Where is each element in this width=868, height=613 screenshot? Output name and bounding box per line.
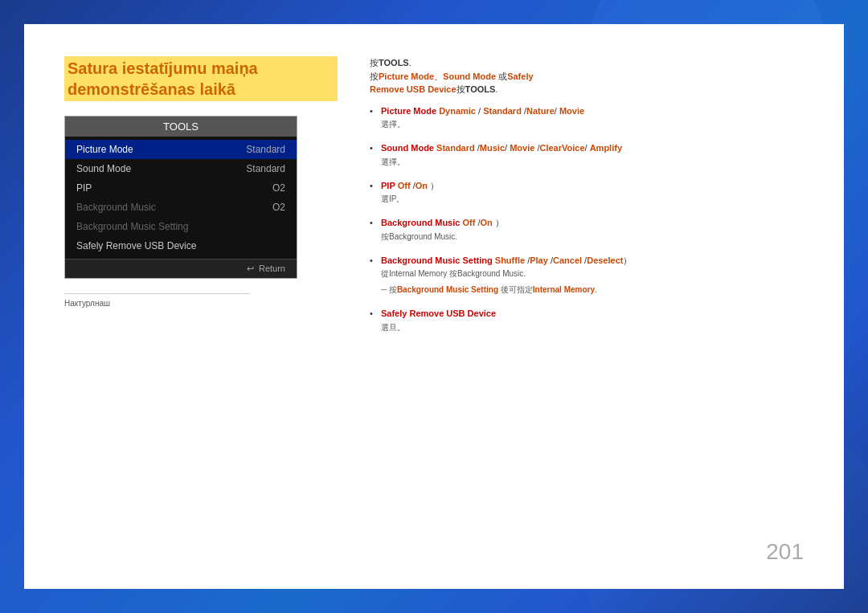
bullet-line2: 選旦。: [381, 321, 804, 333]
menu-item-bg-music[interactable]: Background Music O2: [65, 198, 297, 217]
bullet-safely-remove: Safely Remove USB Device 選旦。: [370, 307, 804, 333]
menu-item-value: Standard: [246, 144, 285, 155]
bullet-line2: 選擇。: [381, 118, 804, 130]
bullet-list-2: Safely Remove USB Device 選旦。: [370, 307, 804, 333]
bullet-line2: 從Internal Memory 按Background Music.: [381, 268, 804, 280]
menu-item-value: O2: [272, 202, 285, 213]
menu-item-value: O2: [272, 182, 285, 194]
bullet-line2: 按Background Music.: [381, 231, 804, 243]
page-number: 201: [766, 539, 804, 565]
bullet-sound-mode: Sound Mode Standard /Music/ Movie /Clear…: [370, 141, 804, 168]
menu-item-pip[interactable]: PIP O2: [65, 178, 297, 198]
sub-note: ─ 按Background Music Setting 後可指定Internal…: [370, 284, 804, 296]
intro-line3b: 按TOOLS.: [457, 84, 498, 94]
bullet-line1: Background Music Setting Shuffle /Play /…: [381, 254, 804, 268]
bullet-bg-music-setting: Background Music Setting Shuffle /Play /…: [370, 254, 804, 280]
right-intro: 按TOOLS. 按Picture Mode、Sound Mode 或Safely…: [370, 56, 804, 96]
menu-item-label: Picture Mode: [76, 144, 133, 155]
bullet-line1: Safely Remove USB Device: [381, 307, 804, 321]
menu-items: Picture Mode Standard Sound Mode Standar…: [65, 137, 297, 259]
left-note: Нактурлнаш: [64, 299, 338, 308]
menu-item-sound-mode[interactable]: Sound Mode Standard: [65, 159, 297, 178]
menu-item-bg-music-setting[interactable]: Background Music Setting: [65, 217, 297, 236]
menu-item-label: Background Music Setting: [76, 221, 188, 232]
right-column: 按TOOLS. 按Picture Mode、Sound Mode 或Safely…: [370, 56, 804, 345]
menu-item-safely-remove[interactable]: Safely Remove USB Device: [65, 236, 297, 255]
bullet-line2: 選IP。: [381, 193, 804, 205]
bullet-line1: Picture Mode Dynamic / Standard /Nature/…: [381, 104, 804, 118]
menu-footer-label: Return: [259, 264, 285, 273]
bullet-line1: Background Music Off /On ）: [381, 216, 804, 230]
intro-line3: Remove USB Device: [370, 84, 457, 94]
intro-line2: 按Picture Mode、Sound Mode 或Safely: [370, 72, 534, 81]
left-divider: [64, 293, 249, 294]
menu-item-label: Sound Mode: [76, 163, 131, 174]
menu-item-value: Standard: [246, 163, 285, 174]
page-title: Satura iestatījumu maiņa demonstrēšanas …: [64, 56, 338, 101]
menu-footer: ↩ Return: [65, 259, 297, 278]
bullet-line1: PIP Off /On ）: [381, 179, 804, 193]
bullet-line2: 選擇。: [381, 156, 804, 168]
menu-item-label: Background Music: [76, 202, 156, 213]
intro-line1: 按TOOLS.: [370, 58, 411, 67]
menu-item-label: PIP: [76, 182, 92, 194]
bullet-list: Picture Mode Dynamic / Standard /Nature/…: [370, 104, 804, 280]
menu-item-label: Safely Remove USB Device: [76, 240, 196, 251]
bullet-bg-music: Background Music Off /On ） 按Background M…: [370, 216, 804, 243]
return-icon: ↩: [247, 264, 254, 274]
menu-item-picture-mode[interactable]: Picture Mode Standard: [65, 140, 297, 159]
menu-header: TOOLS: [65, 116, 297, 137]
content-area: Satura iestatījumu maiņa demonstrēšanas …: [24, 24, 844, 589]
menu-box: TOOLS Picture Mode Standard Sound Mode S…: [64, 116, 297, 279]
bullet-pip: PIP Off /On ） 選IP。: [370, 179, 804, 206]
left-column: Satura iestatījumu maiņa demonstrēšanas …: [64, 56, 338, 308]
bullet-line1: Sound Mode Standard /Music/ Movie /Clear…: [381, 141, 804, 155]
bullet-picture-mode: Picture Mode Dynamic / Standard /Nature/…: [370, 104, 804, 131]
